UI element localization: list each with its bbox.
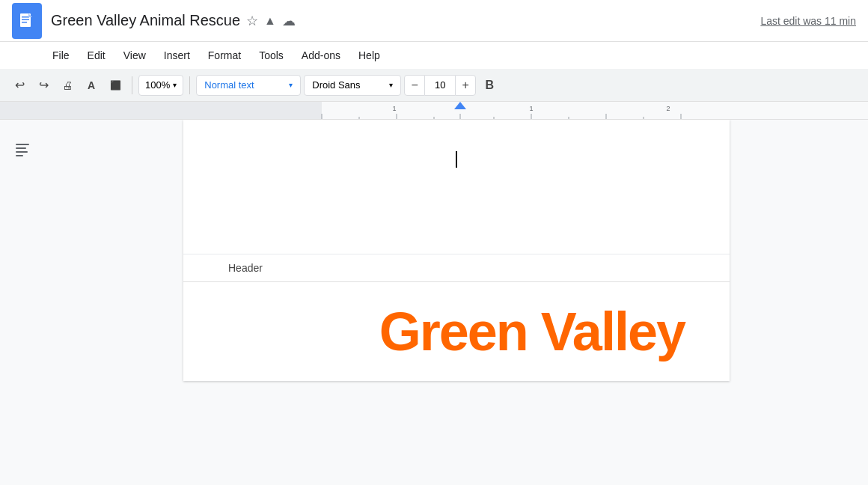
sidebar	[0, 120, 45, 485]
svg-rect-26	[16, 155, 23, 156]
bold-button[interactable]: B	[479, 75, 500, 96]
print-button[interactable]: 🖨	[57, 75, 78, 96]
menu-tools[interactable]: Tools	[251, 46, 291, 64]
font-size-control: − +	[404, 75, 476, 96]
menu-edit[interactable]: Edit	[80, 46, 113, 64]
font-size-input[interactable]	[425, 75, 455, 96]
format-painter-button[interactable]: ⬛	[105, 75, 126, 96]
cloud-icon[interactable]: ☁	[282, 13, 296, 29]
svg-rect-23	[16, 144, 29, 145]
menu-help[interactable]: Help	[351, 46, 388, 64]
toolbar-divider-1	[132, 76, 132, 94]
svg-text:1: 1	[529, 105, 533, 112]
svg-rect-3	[22, 22, 27, 23]
spell-check-button[interactable]: A	[81, 75, 102, 96]
last-edit-status: Last edit was 11 min	[760, 15, 856, 27]
menu-addons[interactable]: Add-ons	[294, 46, 348, 64]
title-bar: Green Valley Animal Rescue ☆ ▲ ☁ Last ed…	[0, 0, 868, 42]
doc-title[interactable]: Green Valley Animal Rescue	[51, 12, 240, 29]
page-body: Header Green Valley	[183, 120, 730, 381]
svg-rect-25	[16, 151, 28, 153]
menu-file[interactable]: File	[45, 46, 77, 64]
redo-button[interactable]: ↪	[33, 75, 54, 96]
header-label: Header	[228, 262, 263, 274]
font-size-increase[interactable]: +	[455, 75, 476, 96]
toolbar-divider-2	[189, 76, 190, 94]
outline-icon[interactable]	[8, 135, 37, 167]
style-dropdown-icon: ▾	[289, 81, 293, 89]
menu-view[interactable]: View	[116, 46, 153, 64]
font-label: Droid Sans	[312, 79, 360, 91]
header-section: Header	[183, 254, 730, 282]
drive-icon[interactable]: ▲	[264, 14, 276, 28]
star-icon[interactable]: ☆	[246, 13, 258, 29]
svg-rect-2	[22, 19, 29, 20]
svg-rect-7	[322, 102, 868, 120]
svg-text:2: 2	[666, 105, 670, 112]
font-selector[interactable]: Droid Sans ▾	[304, 75, 401, 96]
svg-rect-6	[0, 102, 322, 120]
toolbar: ↩ ↪ 🖨 A ⬛ 100% ▾ Normal text ▾ Droid San…	[0, 69, 868, 102]
zoom-dropdown-icon: ▾	[173, 81, 177, 89]
ruler: 1 1 2	[0, 102, 868, 120]
green-valley-heading: Green Valley	[228, 305, 685, 359]
app-icon	[12, 3, 42, 39]
title-icons: ☆ ▲ ☁	[246, 13, 296, 29]
page-content[interactable]	[183, 120, 730, 254]
text-cursor	[456, 151, 457, 168]
svg-rect-24	[16, 147, 26, 149]
document-title-section: Green Valley	[183, 282, 730, 381]
svg-rect-1	[22, 16, 29, 18]
doc-area[interactable]: Header Green Valley	[45, 120, 868, 485]
ruler-svg: 1 1 2	[0, 102, 868, 120]
zoom-value: 100%	[145, 79, 170, 91]
zoom-selector[interactable]: 100% ▾	[138, 75, 183, 96]
menu-insert[interactable]: Insert	[156, 46, 198, 64]
text-style-label: Normal text	[204, 79, 254, 91]
svg-text:1: 1	[392, 105, 396, 112]
font-dropdown-icon: ▾	[389, 81, 393, 89]
content-area: Header Green Valley	[0, 120, 868, 485]
menu-format[interactable]: Format	[201, 46, 248, 64]
text-style-selector[interactable]: Normal text ▾	[196, 75, 301, 96]
font-size-decrease[interactable]: −	[404, 75, 425, 96]
menu-bar: File Edit View Insert Format Tools Add-o…	[0, 42, 868, 69]
undo-button[interactable]: ↩	[9, 75, 30, 96]
